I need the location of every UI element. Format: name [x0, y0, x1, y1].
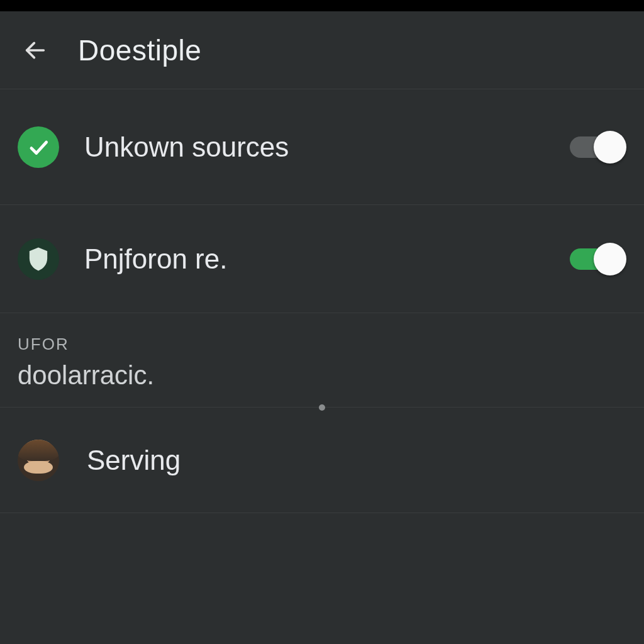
row-label: Serving — [87, 445, 626, 476]
app-bar: Doestiple — [0, 11, 644, 89]
toggle-pniforon[interactable] — [567, 243, 626, 275]
status-bar — [0, 0, 644, 11]
arrow-left-icon — [23, 38, 48, 63]
page-title: Doestiple — [78, 33, 201, 67]
row-unknown-sources[interactable]: Unkown sources — [0, 89, 644, 205]
row-serving[interactable]: Serving — [0, 408, 644, 513]
avatar — [18, 440, 59, 481]
section-subtext: doolarracic. — [18, 360, 626, 391]
shield-icon — [18, 238, 59, 280]
toggle-thumb — [594, 131, 626, 164]
back-button[interactable] — [15, 30, 55, 70]
dot-decoration — [319, 404, 325, 411]
section-ufor: UFOR doolarracic. — [0, 313, 644, 408]
toggle-unknown-sources[interactable] — [567, 131, 626, 164]
check-icon — [18, 126, 59, 168]
row-pniforon[interactable]: Pnjforon re. — [0, 205, 644, 313]
section-header: UFOR — [18, 335, 626, 354]
row-label: Pnjforon re. — [84, 243, 567, 275]
settings-list: Unkown sources Pnjforon re. UFOR doolarr… — [0, 89, 644, 513]
toggle-thumb — [594, 243, 626, 275]
row-label: Unkown sources — [84, 131, 567, 163]
